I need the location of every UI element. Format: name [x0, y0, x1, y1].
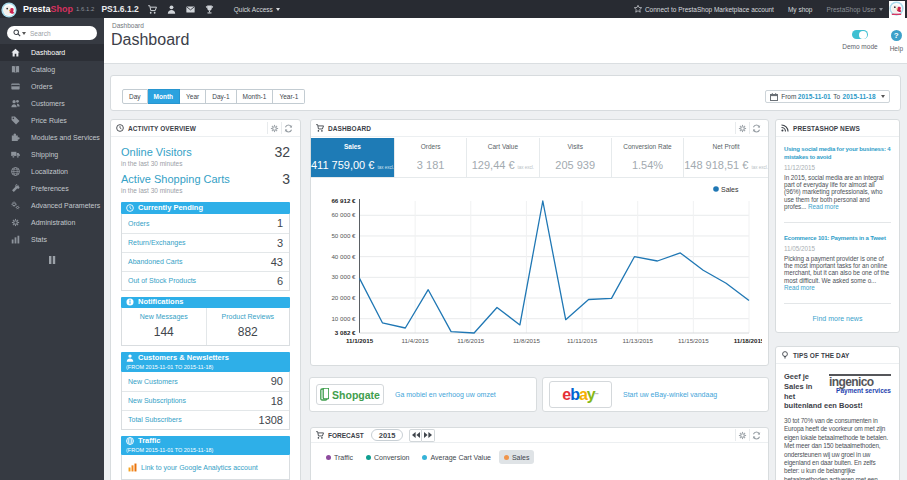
quick-access-menu[interactable]: Quick Access: [234, 6, 280, 13]
help-label: Help: [890, 45, 903, 52]
sidebar-item-modules-and-services[interactable]: Modules and Services: [0, 129, 104, 146]
kpi-orders[interactable]: Orders 3 181: [395, 138, 467, 177]
range-button-year[interactable]: Year: [180, 89, 206, 104]
read-more-link[interactable]: Read more: [784, 284, 815, 291]
kpi-conversion-rate[interactable]: Conversion Rate 1.54%: [612, 138, 684, 177]
range-button-year-1[interactable]: Year-1: [273, 89, 305, 104]
news-article-excerpt: In 2015, social media are an integral pa…: [784, 174, 891, 210]
cart-icon[interactable]: [148, 4, 158, 14]
avatar[interactable]: [889, 1, 905, 18]
read-more-link[interactable]: Read more: [808, 203, 839, 210]
gear-icon[interactable]: [267, 122, 281, 134]
help-icon[interactable]: ?: [891, 30, 902, 41]
ebay-letter: a: [579, 386, 587, 404]
row-label[interactable]: New Subscriptions: [128, 397, 186, 404]
range-button-month[interactable]: Month: [148, 89, 181, 104]
sidebar-collapse-button[interactable]: [47, 256, 57, 264]
sidebar-item-stats[interactable]: Stats: [0, 231, 104, 248]
cell-label[interactable]: Product Reviews: [209, 313, 288, 320]
group-icon: [9, 99, 22, 109]
range-button-day[interactable]: Day: [122, 89, 148, 104]
shopgate-link[interactable]: Ga mobiel en verhoog uw omzet: [395, 391, 496, 398]
from-label: From: [781, 93, 796, 100]
forecast-year-button[interactable]: 2015: [371, 429, 404, 441]
y-tick-label: 3 082 €: [335, 329, 356, 336]
divider: [784, 303, 891, 304]
legend-label[interactable]: Sales: [721, 186, 739, 193]
gear-icon[interactable]: [735, 122, 749, 134]
refresh-icon[interactable]: [281, 122, 295, 134]
shopgate-logo[interactable]: Shopgate: [316, 384, 384, 405]
forecast-legend-sales[interactable]: Sales: [499, 450, 535, 464]
ebay-link[interactable]: Start uw eBay-winkel vandaag: [623, 391, 717, 398]
row-label[interactable]: Total Subscribers: [128, 416, 182, 423]
active-carts-link[interactable]: Active Shopping Carts: [121, 173, 290, 185]
kpi-cart-value[interactable]: Cart Value 129,44 € tax excl.: [467, 138, 539, 177]
next-year-button[interactable]: [422, 429, 435, 442]
envelope-icon[interactable]: [186, 4, 196, 14]
table-row: Return/Exchanges 3: [122, 233, 289, 252]
sidebar-item-administration[interactable]: Administration: [0, 214, 104, 231]
find-more-news-link[interactable]: Find more news: [784, 315, 891, 322]
news-article-title[interactable]: Ecommerce 101: Payments in a Tweet: [784, 234, 891, 242]
demo-mode-toggle[interactable]: [852, 30, 868, 39]
section-date-range: (FROM 2015-11-01 TO 2015-11-18): [126, 447, 285, 454]
cart-icon: [316, 431, 324, 439]
online-visitors-link[interactable]: Online Visitors: [121, 146, 290, 158]
row-label[interactable]: New Customers: [128, 378, 178, 385]
search-input[interactable]: [30, 30, 82, 37]
date-range-picker[interactable]: From 2015-11-01 To 2015-11-18: [765, 90, 890, 103]
forecast-legend-conversion[interactable]: Conversion: [361, 450, 414, 464]
sidebar-item-localization[interactable]: Localization: [0, 163, 104, 180]
gear-icon[interactable]: [735, 429, 749, 441]
shopgate-module-card: Shopgate Ga mobiel en verhoog uw omzet: [309, 377, 537, 412]
refresh-icon[interactable]: [749, 429, 763, 441]
my-shop-link[interactable]: My shop: [788, 6, 813, 13]
legend-dot[interactable]: [713, 186, 719, 192]
row-label[interactable]: Orders: [128, 220, 149, 227]
sidebar-item-catalog[interactable]: Catalog: [0, 61, 104, 78]
news-article-title[interactable]: Using social media for your business: 4 …: [784, 145, 891, 161]
kpi-net-profit[interactable]: Net Profit 148 918,51 € tax excl.: [684, 138, 768, 177]
marketplace-connect-link[interactable]: Connect to PrestaShop Marketplace accoun…: [634, 5, 774, 13]
bar-chart-icon: [9, 235, 22, 245]
demo-mode-control: Demo mode: [842, 30, 877, 52]
sidebar-item-advanced-parameters[interactable]: Advanced Parameters: [0, 197, 104, 214]
sidebar-item-shipping[interactable]: Shipping: [0, 146, 104, 163]
section-table: Link to your Google Analytics account: [121, 455, 290, 480]
section-table: Orders 1Return/Exchanges 3Abandoned Cart…: [121, 214, 290, 291]
credit-card-icon: [9, 82, 22, 92]
refresh-icon[interactable]: [749, 122, 763, 134]
trophy-icon[interactable]: [205, 4, 215, 14]
prestashop-logo-icon[interactable]: [1, 2, 17, 18]
forecast-legend-traffic[interactable]: Traffic: [321, 450, 358, 464]
row-label[interactable]: Out of Stock Products: [128, 277, 196, 284]
kpi-sales[interactable]: Sales 411 759,00 € tax excl.: [311, 138, 395, 177]
globe-icon: [9, 167, 22, 177]
row-label[interactable]: Abandoned Carts: [128, 258, 182, 265]
search-box[interactable]: [7, 26, 97, 40]
brand-name[interactable]: PrestaShop: [23, 4, 73, 14]
ingenico-logo[interactable]: ingenico Payment services: [829, 374, 891, 395]
section-header-traffic: Traffic(FROM 2015-11-01 TO 2015-11-18): [121, 436, 290, 456]
row-value: 1308: [259, 414, 283, 426]
section-header-notifications: Notifications: [121, 297, 290, 309]
sidebar-item-price-rules[interactable]: Price Rules: [0, 112, 104, 129]
row-label[interactable]: Return/Exchanges: [128, 239, 186, 246]
sidebar-item-customers[interactable]: Customers: [0, 95, 104, 112]
y-tick-label: 20 000 €: [331, 294, 356, 301]
person-icon[interactable]: [167, 4, 177, 14]
google-analytics-link[interactable]: Link to your Google Analytics account: [141, 464, 258, 471]
forecast-legend-average-cart-value[interactable]: Average Cart Value: [417, 450, 495, 464]
panel-title: TIPS OF THE DAY: [793, 352, 850, 359]
cell-label[interactable]: New Messages: [124, 313, 204, 320]
range-button-month-1[interactable]: Month-1: [237, 89, 274, 104]
previous-year-button[interactable]: [409, 429, 422, 442]
sidebar-item-dashboard[interactable]: Dashboard: [0, 44, 104, 61]
ebay-logo[interactable]: ebay™: [549, 381, 612, 408]
kpi-visits[interactable]: Visits 205 939: [540, 138, 612, 177]
sidebar-item-orders[interactable]: Orders: [0, 78, 104, 95]
sidebar-item-preferences[interactable]: Preferences: [0, 180, 104, 197]
range-button-day-1[interactable]: Day-1: [206, 89, 236, 104]
employee-menu[interactable]: PrestaShop User: [827, 6, 884, 13]
